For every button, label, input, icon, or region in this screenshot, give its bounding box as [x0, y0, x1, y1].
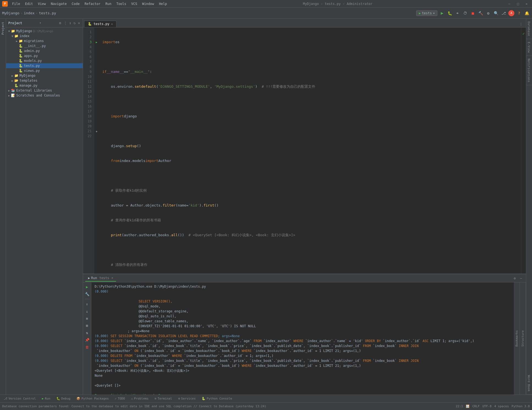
tree-migrations[interactable]: ▶ 📁 migrations	[6, 38, 83, 43]
tree-root[interactable]: ▼ 📁 MyDjango D:\MyDjango	[6, 29, 83, 34]
status-indent[interactable]: 4 spaces	[494, 405, 509, 408]
word-book-tab[interactable]: Word Book	[526, 372, 532, 395]
panel-expand-icon[interactable]: ⋮	[63, 20, 68, 26]
vcs-bottom-tab[interactable]: ⎇ Version Control	[1, 396, 39, 401]
run-bottom-tab[interactable]: ▶ Run	[39, 396, 53, 401]
code-content[interactable]: import os if __name__ == "__main__": os.…	[99, 27, 521, 274]
profile-button[interactable]: ⏱	[462, 10, 468, 16]
todo-bottom-tab[interactable]: ✓ TODO	[112, 396, 128, 401]
help-button[interactable]: ?	[516, 10, 522, 16]
run-tab-close[interactable]: ✕	[111, 276, 113, 280]
search-button[interactable]: 🔍	[493, 10, 499, 16]
build-button[interactable]: 🔨	[478, 10, 484, 16]
tree-views[interactable]: 🐍 views.py	[6, 68, 83, 73]
structure-label[interactable]: Structure	[521, 330, 525, 347]
bookmarks-label[interactable]: Bookmarks	[515, 330, 519, 347]
breadcrumb-file[interactable]: tests.py	[39, 11, 56, 15]
menu-run[interactable]: Run	[103, 1, 114, 7]
menu-tools[interactable]: Tools	[114, 1, 128, 7]
tree-templates[interactable]: ▶ 📂 templates	[6, 78, 83, 83]
status-encoding[interactable]: CRLF	[472, 405, 480, 408]
notifications-tab[interactable]: Notifications	[526, 56, 532, 85]
panel-hide-btn[interactable]: —	[519, 276, 524, 281]
tree-admin[interactable]: 🐍 admin.py	[6, 48, 83, 53]
run-stop-btn[interactable]: 🗑	[84, 344, 90, 350]
run-arrow-icon[interactable]: ▶	[94, 40, 99, 45]
menu-help[interactable]: Help	[157, 1, 169, 7]
menu-refactor[interactable]: Refactor	[82, 1, 103, 7]
run-scroll-up-btn[interactable]: ↑	[84, 301, 90, 307]
tree-index[interactable]: ▼ 📁 index	[6, 34, 83, 38]
vcs-icon: ⎇	[4, 397, 7, 400]
problems-bottom-tab[interactable]: ⚠ Problems	[128, 396, 151, 401]
run-stack-btn[interactable]: ⊞	[84, 323, 90, 328]
menu-vcs[interactable]: VCS	[129, 1, 139, 7]
tree-tests[interactable]: 🐍 tests.py	[6, 63, 83, 68]
tree-init[interactable]: 🐍 __init__.py	[6, 43, 83, 48]
notifications-button[interactable]: 🔔	[524, 10, 530, 16]
close-button[interactable]: ✕	[523, 2, 530, 6]
panel-close-icon[interactable]: ✕	[77, 20, 81, 26]
panel-dropdown[interactable]: ▾	[39, 21, 41, 25]
status-charset[interactable]: UTF-8	[482, 405, 492, 408]
user-button[interactable]: A	[508, 10, 514, 16]
gutter-empty-15	[94, 99, 99, 104]
tree-external-libs[interactable]: ▶ 📚 External Libraries	[6, 88, 83, 93]
settings-button[interactable]: ⚙	[485, 10, 491, 16]
database-tab[interactable]: Database	[526, 19, 532, 39]
editor-area: 🐍 tests.py ✕ ⋮ 1 2 3 4 5 6 7	[83, 19, 526, 274]
status-python[interactable]: Python 3.8	[512, 405, 530, 408]
python-console-tab[interactable]: 🐍 Python Console	[199, 396, 235, 401]
run-scroll-down-btn[interactable]: ↓	[84, 309, 90, 314]
run-configuration[interactable]: ▶ tests ▾	[416, 10, 437, 16]
run-tab[interactable]: ▶ Run tests ✕	[85, 275, 116, 282]
tree-apps[interactable]: 🐍 apps.py	[6, 53, 83, 58]
run-sort-btn[interactable]: ⇅	[84, 330, 90, 335]
eview-tab[interactable]: E-View	[526, 39, 532, 56]
run-tab-config[interactable]: tests	[99, 276, 109, 280]
python-console-label: Python Console	[207, 397, 232, 400]
minimize-button[interactable]: —	[506, 2, 512, 6]
run-button[interactable]: ▶	[439, 10, 445, 16]
run-wrench-btn[interactable]: 🔧	[84, 291, 90, 297]
gutter-empty-6	[94, 54, 99, 59]
vcs-button[interactable]: ⎇	[501, 10, 507, 16]
status-line-col[interactable]: 22:1	[456, 405, 463, 408]
menu-window[interactable]: Window	[140, 1, 156, 7]
tree-models[interactable]: 🐍 models.py	[6, 58, 83, 63]
menu-file[interactable]: File	[10, 1, 22, 7]
gutter-empty-5	[94, 49, 99, 54]
panel-settings-btn[interactable]: ⚙	[512, 276, 517, 281]
terminal-bottom-tab[interactable]: ≡ Terminal	[152, 396, 175, 401]
project-tab[interactable]: Project	[1, 20, 5, 37]
debug-button[interactable]: 🐛	[447, 10, 453, 16]
editor-tab-tests[interactable]: 🐍 tests.py ✕	[84, 21, 116, 27]
panel-sort-icon[interactable]: ↕	[69, 20, 72, 26]
run-list-btn[interactable]: ≡	[84, 316, 90, 321]
menu-code[interactable]: Code	[70, 1, 82, 7]
menu-navigate[interactable]: Navigate	[49, 1, 69, 7]
gutter-empty-19	[94, 119, 99, 124]
tree-scratches[interactable]: ▶ 📝 Scratches and Consoles	[6, 93, 83, 98]
panel-refresh-icon[interactable]: ↻	[73, 20, 76, 26]
tab-close-icon[interactable]: ✕	[111, 22, 113, 26]
more-tabs-button[interactable]: ⋮	[517, 21, 525, 27]
window-title: MyDjango - tests.py - Administrator	[303, 2, 372, 6]
breadcrumb-index[interactable]: index	[24, 11, 34, 15]
project-panel: Project ▾ ⚙ ⋮ ↕ ↻ ✕ ▼ 📁 MyDjango D:\MyDj…	[6, 19, 83, 395]
debug-bottom-tab[interactable]: 🐛 Debug	[54, 396, 73, 401]
packages-bottom-tab[interactable]: 📦 Python Packages	[74, 396, 111, 401]
maximize-button[interactable]: □	[515, 2, 521, 6]
stop-button[interactable]: ■	[470, 10, 476, 16]
menu-edit[interactable]: Edit	[23, 1, 35, 7]
tree-mydjango-sub[interactable]: ▶ 📁 MyDjango	[6, 73, 83, 78]
tree-manage[interactable]: 🐍 manage.py	[6, 83, 83, 88]
coverage-button[interactable]: ☂	[454, 10, 460, 16]
panel-settings-icon[interactable]: ⚙	[59, 20, 62, 26]
menu-view[interactable]: View	[36, 1, 48, 7]
run-play-btn[interactable]: ▶	[84, 284, 90, 290]
services-bottom-tab[interactable]: ⚙ Services	[175, 396, 199, 401]
breadcrumb-project[interactable]: MyDjango	[2, 11, 20, 15]
run-pin-btn[interactable]: 📌	[84, 337, 90, 343]
output-sql-7: ; args=None	[95, 329, 511, 334]
